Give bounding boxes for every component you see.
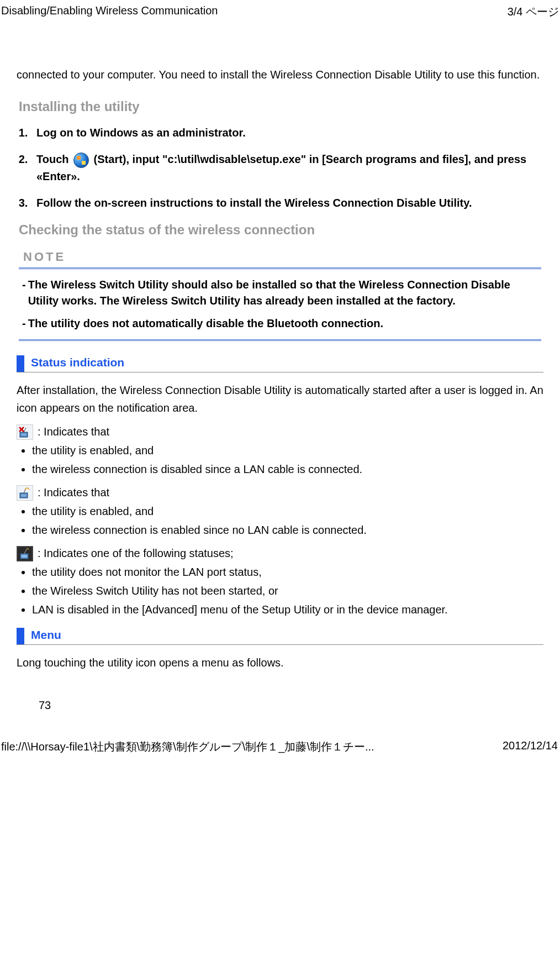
- list-item: the wireless connection is disabled sinc…: [32, 461, 543, 477]
- list-item: the utility does not monitor the LAN por…: [32, 564, 543, 580]
- list-item: the utility is enabled, and: [32, 503, 543, 519]
- page-header: Disabling/Enabling Wireless Communicatio…: [0, 0, 560, 22]
- list-item: the utility is enabled, and: [32, 442, 543, 459]
- note-dash: -: [22, 316, 26, 332]
- installing-heading: Installing the utility: [19, 99, 543, 114]
- list-item: LAN is disabled in the [Advanced] menu o…: [32, 601, 543, 618]
- status-intro: After installation, the Wireless Connect…: [17, 381, 543, 417]
- svg-line-2: [24, 428, 26, 432]
- menu-text: Long touching the utility icon opens a m…: [17, 654, 543, 671]
- windows-start-icon: [73, 153, 89, 168]
- menu-section-header: Menu: [17, 628, 543, 645]
- header-page-indicator: 3/4 ページ: [508, 4, 559, 19]
- svg-rect-10: [22, 555, 27, 558]
- status-icon-2-row: : Indicates that: [17, 485, 543, 501]
- step2-post: (Start), input "c:\util\wdisable\setup.e…: [36, 153, 526, 182]
- status-icon-1-row: : Indicates that: [17, 424, 543, 440]
- content-area: connected to your computer. You need to …: [0, 22, 560, 728]
- install-steps-list: Log on to Windows as an administrator. T…: [17, 124, 543, 211]
- svg-rect-1: [21, 433, 27, 436]
- status-icon-2-bullets: the utility is enabled, and the wireless…: [17, 503, 543, 538]
- page-footer: file://\\Horsay-file1\社内書類\勤務簿\制作グループ\制作…: [0, 728, 560, 757]
- list-item: the Wireless Switch Utility has not been…: [32, 582, 543, 599]
- header-title: Disabling/Enabling Wireless Communicatio…: [1, 4, 218, 19]
- status-icon-3-row: : Indicates one of the following statuse…: [17, 546, 543, 561]
- install-step-3: Follow the on-screen instructions to ins…: [31, 195, 543, 211]
- checking-heading: Checking the status of the wireless conn…: [19, 222, 543, 238]
- footer-date: 2012/12/14: [503, 739, 558, 754]
- step2-pre: Touch: [36, 153, 72, 165]
- footer-path: file://\\Horsay-file1\社内書類\勤務簿\制作グループ\制作…: [1, 739, 374, 754]
- note-item-2: - The utility does not automatically dis…: [22, 316, 538, 332]
- status-icon-3-label: : Indicates one of the following statuse…: [38, 547, 234, 560]
- list-item: the wireless connection is enabled since…: [32, 522, 543, 538]
- page-number: 73: [39, 699, 543, 712]
- status-icon-3-bullets: the utility does not monitor the LAN por…: [17, 564, 543, 618]
- wireless-disabled-icon: [17, 424, 33, 440]
- status-indication-title: Status indication: [31, 356, 124, 371]
- menu-title: Menu: [31, 628, 61, 643]
- note-text-2: The utility does not automatically disab…: [28, 316, 538, 332]
- blue-bar-icon: [17, 355, 24, 372]
- note-box: - The Wireless Switch Utility should als…: [19, 267, 541, 341]
- note-text-1: The Wireless Switch Utility should also …: [28, 277, 538, 309]
- blue-bar-icon: [17, 628, 24, 644]
- note-dash: -: [22, 277, 26, 309]
- intro-paragraph: connected to your computer. You need to …: [17, 66, 543, 83]
- wireless-enabled-icon: [17, 485, 33, 501]
- svg-rect-6: [21, 494, 27, 497]
- status-icon-1-label: : Indicates that: [38, 426, 109, 438]
- status-icon-2-label: : Indicates that: [38, 486, 109, 499]
- install-step-2: Touch (Start), input "c:\util\wdisable\s…: [31, 151, 543, 185]
- wireless-unknown-icon: [17, 546, 33, 561]
- note-item-1: - The Wireless Switch Utility should als…: [22, 277, 538, 309]
- status-indication-section-header: Status indication: [17, 355, 543, 372]
- install-step-1: Log on to Windows as an administrator.: [31, 124, 543, 141]
- note-label: NOTE: [23, 250, 543, 264]
- status-icon-1-bullets: the utility is enabled, and the wireless…: [17, 442, 543, 477]
